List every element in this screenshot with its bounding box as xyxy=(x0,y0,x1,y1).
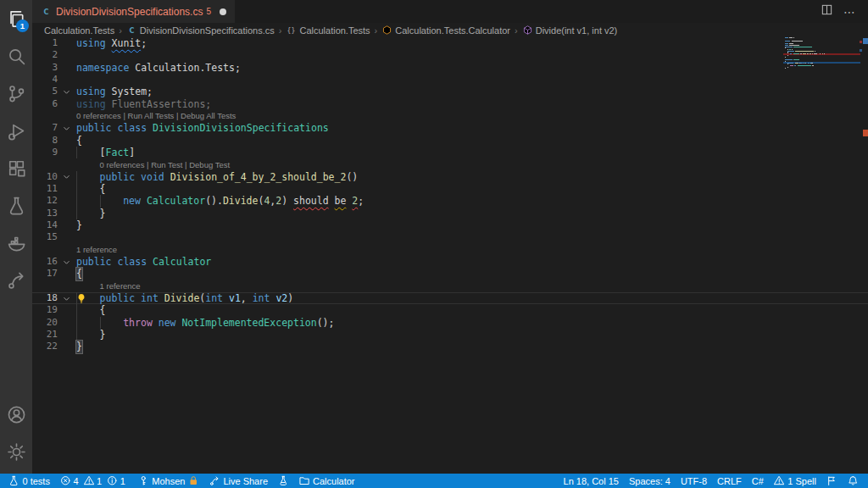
status-extension-flask[interactable] xyxy=(273,474,294,488)
extensions-icon xyxy=(7,158,26,178)
fold-chevron-icon[interactable] xyxy=(58,171,75,183)
fold-chevron-icon[interactable] xyxy=(58,122,75,134)
codelens-row: 1 reference xyxy=(32,280,868,292)
tab-bar: C DivisionDivisionSpecifications.cs 5 ⋯ xyxy=(32,0,868,23)
code-line-12[interactable]: 12new Calculator().Divide(4,2) should be… xyxy=(32,195,868,207)
status-indentation[interactable]: Spaces: 4 xyxy=(624,474,676,488)
codelens-link[interactable]: 0 references | Run Test | Debug Test xyxy=(75,158,230,171)
fold-gutter xyxy=(58,219,75,231)
code-line-9[interactable]: 9[Fact] xyxy=(32,147,868,158)
fold-chevron-icon[interactable] xyxy=(58,292,75,304)
activity-settings-button[interactable] xyxy=(0,433,32,470)
gear-icon xyxy=(7,442,26,462)
breadcrumb-item[interactable]: CDivisionDivisionSpecifications.cs xyxy=(126,25,275,36)
status-language-mode[interactable]: C# xyxy=(747,474,769,488)
lightbulb-icon[interactable] xyxy=(76,293,86,303)
code-line-19[interactable]: 19{ xyxy=(32,304,868,316)
code-line-11[interactable]: 11{ xyxy=(32,183,868,195)
fold-gutter xyxy=(58,341,75,352)
activity-accounts-button[interactable] xyxy=(0,396,32,433)
code-line-1[interactable]: 1using Xunit; xyxy=(32,37,868,49)
more-actions-icon[interactable]: ⋯ xyxy=(843,5,856,19)
breadcrumb-item[interactable]: Calculation.Tests.Calculator xyxy=(381,25,510,36)
status-eol[interactable]: CRLF xyxy=(712,474,747,488)
status-spell-checker[interactable]: 1 Spell xyxy=(769,474,821,488)
svg-text:{}: {} xyxy=(287,26,296,35)
status-test-status[interactable]: 0 tests xyxy=(3,474,55,488)
editor-tab[interactable]: C DivisionDivisionSpecifications.cs 5 xyxy=(32,0,235,23)
lock-icon xyxy=(188,475,199,486)
source-control-icon xyxy=(7,84,26,103)
code-line-13[interactable]: 13} xyxy=(32,208,868,219)
line-number: 12 xyxy=(32,195,58,207)
fold-gutter xyxy=(58,74,75,86)
activity-extensions-button[interactable] xyxy=(0,149,32,186)
split-editor-icon[interactable] xyxy=(821,3,833,19)
tab-problem-count: 5 xyxy=(206,7,211,16)
status-account-status[interactable]: Mohsen xyxy=(133,474,204,488)
overview-ruler[interactable] xyxy=(860,37,868,474)
code-line-5[interactable]: 5using System; xyxy=(32,86,868,97)
csharp-icon: C xyxy=(126,25,137,36)
fold-gutter xyxy=(58,147,75,158)
status-live-share[interactable]: Live Share xyxy=(204,474,273,488)
code-line-8[interactable]: 8{ xyxy=(32,135,868,147)
status-encoding[interactable]: UTF-8 xyxy=(676,474,712,488)
fold-gutter xyxy=(58,268,75,280)
breadcrumb-item[interactable]: Calculation.Tests xyxy=(44,25,114,36)
activity-testing-button[interactable] xyxy=(0,186,32,224)
code-line-21[interactable]: 21} xyxy=(32,329,868,341)
code-line-2[interactable]: 2 xyxy=(32,49,868,61)
codelens-link[interactable]: 0 references | Run All Tests | Debug All… xyxy=(75,109,236,122)
activity-share-button[interactable] xyxy=(0,261,32,298)
status-notifications[interactable] xyxy=(843,474,864,488)
activity-explorer-button[interactable]: 1 xyxy=(0,0,32,37)
ruler-viewport-marker xyxy=(863,38,868,44)
breadcrumb-item[interactable]: Divide(int v1, int v2) xyxy=(522,25,618,36)
fold-chevron-icon[interactable] xyxy=(58,256,75,268)
code-line-22[interactable]: 22} xyxy=(32,341,868,352)
code-line-4[interactable]: 4 xyxy=(32,74,868,86)
status-feedback[interactable] xyxy=(821,474,843,488)
minimap-error-mark xyxy=(860,41,862,43)
code-line-3[interactable]: 3namespace Calculation.Tests; xyxy=(32,62,868,74)
fold-chevron-icon[interactable] xyxy=(58,86,75,97)
code-line-17[interactable]: 17{ xyxy=(32,268,868,280)
search-icon xyxy=(7,47,26,66)
status-problems[interactable]: 411 xyxy=(55,474,133,488)
code-line-16[interactable]: 16public class Calculator xyxy=(32,256,868,268)
folder-icon xyxy=(299,475,310,486)
code-line-20[interactable]: 20throw new NotImplementedException(); xyxy=(32,317,868,329)
code-editor[interactable]: 1using Xunit;23namespace Calculation.Tes… xyxy=(32,37,868,474)
line-number: 16 xyxy=(32,256,58,268)
code-line-18[interactable]: 18public int Divide(int v1, int v2) xyxy=(32,292,868,304)
status-workspace[interactable]: Calculator xyxy=(294,474,360,488)
status-cursor-position[interactable]: Ln 18, Col 15 xyxy=(559,474,624,488)
bell-icon xyxy=(848,475,859,486)
editor-actions: ⋯ xyxy=(821,0,868,23)
activity-run-debug-button[interactable] xyxy=(0,112,32,149)
code-line-6[interactable]: 6using FluentAssertions; xyxy=(32,98,868,110)
code-line-7[interactable]: 7public class DivisionDivisionSpecificat… xyxy=(32,122,868,134)
code-line-10[interactable]: 10public void Division_of_4_by_2_should_… xyxy=(32,171,868,183)
run-debug-icon xyxy=(7,121,26,141)
line-number: 6 xyxy=(32,98,58,110)
line-number: 19 xyxy=(32,304,58,316)
breadcrumb-item[interactable]: {}Calculation.Tests xyxy=(286,25,370,36)
breadcrumb-separator: › xyxy=(515,25,518,36)
activity-docker-button[interactable] xyxy=(0,224,32,261)
line-number: 3 xyxy=(32,62,58,74)
code-line-14[interactable]: 14} xyxy=(32,219,868,231)
fold-gutter xyxy=(58,231,75,243)
activity-search-button[interactable] xyxy=(0,37,32,75)
codelens-link[interactable]: 1 reference xyxy=(75,243,117,256)
ruler-error-marker xyxy=(863,130,868,136)
warning-icon xyxy=(774,475,785,486)
breadcrumb-separator: › xyxy=(119,25,122,36)
line-number: 14 xyxy=(32,219,58,231)
modified-dot-icon[interactable] xyxy=(220,8,226,15)
code-line-15[interactable]: 15 xyxy=(32,231,868,243)
codelens-link[interactable]: 1 reference xyxy=(75,280,141,292)
minimap[interactable] xyxy=(785,37,860,69)
activity-source-control-button[interactable] xyxy=(0,75,32,112)
